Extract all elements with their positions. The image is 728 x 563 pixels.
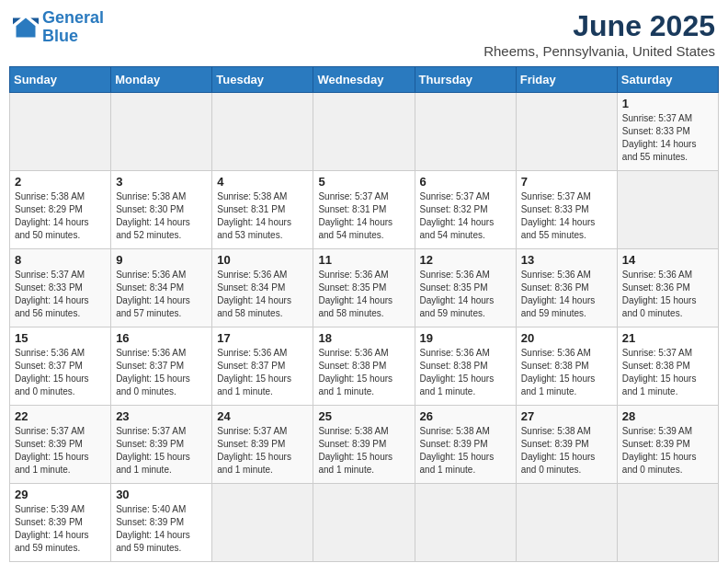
empty-cell: [212, 484, 313, 562]
day-14: 14Sunrise: 5:36 AMSunset: 8:36 PMDayligh…: [617, 249, 718, 327]
day-30: 30Sunrise: 5:40 AMSunset: 8:39 PMDayligh…: [111, 484, 212, 562]
day-info: Sunrise: 5:38 AMSunset: 8:39 PMDaylight:…: [318, 426, 392, 475]
day-27: 27Sunrise: 5:38 AMSunset: 8:39 PMDayligh…: [516, 406, 617, 484]
day-number: 9: [116, 253, 207, 267]
day-number: 15: [15, 331, 106, 345]
empty-cell: [617, 484, 718, 562]
svg-marker-0: [17, 17, 36, 37]
empty-cell: [415, 484, 516, 562]
day-number: 30: [116, 488, 207, 501]
day-info: Sunrise: 5:36 AMSunset: 8:38 PMDaylight:…: [521, 348, 596, 396]
day-2: 2Sunrise: 5:38 AMSunset: 8:29 PMDaylight…: [10, 171, 111, 249]
day-info: Sunrise: 5:37 AMSunset: 8:39 PMDaylight:…: [15, 426, 89, 475]
day-info: Sunrise: 5:40 AMSunset: 8:39 PMDaylight:…: [116, 504, 190, 553]
day-info: Sunrise: 5:37 AMSunset: 8:39 PMDaylight:…: [217, 426, 291, 475]
calendar-week-4: 15Sunrise: 5:36 AMSunset: 8:37 PMDayligh…: [10, 327, 719, 406]
day-number: 14: [622, 253, 713, 267]
day-24: 24Sunrise: 5:37 AMSunset: 8:39 PMDayligh…: [212, 406, 313, 484]
title-area: June 2025 Rheems, Pennsylvania, United S…: [483, 9, 715, 59]
empty-cell: [212, 93, 313, 171]
day-info: Sunrise: 5:37 AMSunset: 8:39 PMDaylight:…: [116, 426, 190, 475]
logo-blue: Blue: [42, 27, 78, 45]
day-26: 26Sunrise: 5:38 AMSunset: 8:39 PMDayligh…: [415, 406, 516, 484]
day-13: 13Sunrise: 5:36 AMSunset: 8:36 PMDayligh…: [516, 249, 617, 327]
empty-cell: [313, 93, 415, 171]
empty-cell: [415, 93, 516, 171]
day-number: 12: [420, 253, 511, 267]
day-number: 6: [420, 175, 511, 189]
calendar-week-3: 8Sunrise: 5:37 AMSunset: 8:33 PMDaylight…: [10, 249, 719, 327]
logo-icon: [13, 15, 39, 40]
day-info: Sunrise: 5:38 AMSunset: 8:39 PMDaylight:…: [420, 426, 495, 475]
day-17: 17Sunrise: 5:36 AMSunset: 8:37 PMDayligh…: [212, 327, 313, 406]
day-info: Sunrise: 5:36 AMSunset: 8:38 PMDaylight:…: [420, 348, 495, 396]
day-5: 5Sunrise: 5:37 AMSunset: 8:31 PMDaylight…: [313, 171, 415, 249]
weekday-header-row: SundayMondayTuesdayWednesdayThursdayFrid…: [10, 67, 719, 93]
day-number: 26: [420, 409, 511, 423]
day-number: 4: [217, 175, 308, 189]
calendar-table: SundayMondayTuesdayWednesdayThursdayFrid…: [9, 66, 719, 562]
day-10: 10Sunrise: 5:36 AMSunset: 8:34 PMDayligh…: [212, 249, 313, 327]
day-number: 22: [15, 409, 106, 423]
day-number: 3: [116, 175, 207, 189]
empty-cell: [111, 93, 212, 171]
day-info: Sunrise: 5:38 AMSunset: 8:29 PMDaylight:…: [15, 191, 89, 240]
day-info: Sunrise: 5:36 AMSunset: 8:37 PMDaylight:…: [217, 348, 291, 396]
day-18: 18Sunrise: 5:36 AMSunset: 8:38 PMDayligh…: [313, 327, 415, 406]
calendar-week-5: 22Sunrise: 5:37 AMSunset: 8:39 PMDayligh…: [10, 406, 719, 484]
day-number: 11: [318, 253, 409, 267]
logo: General Blue: [13, 9, 104, 46]
weekday-header-monday: Monday: [111, 67, 212, 93]
day-info: Sunrise: 5:36 AMSunset: 8:34 PMDaylight:…: [116, 270, 190, 318]
day-info: Sunrise: 5:36 AMSunset: 8:35 PMDaylight:…: [318, 270, 392, 318]
weekday-header-thursday: Thursday: [415, 67, 516, 93]
weekday-header-wednesday: Wednesday: [313, 67, 415, 93]
day-number: 17: [217, 331, 308, 345]
day-23: 23Sunrise: 5:37 AMSunset: 8:39 PMDayligh…: [111, 406, 212, 484]
day-info: Sunrise: 5:36 AMSunset: 8:37 PMDaylight:…: [15, 348, 89, 396]
day-28: 28Sunrise: 5:39 AMSunset: 8:39 PMDayligh…: [617, 406, 718, 484]
calendar-week-1: 1Sunrise: 5:37 AMSunset: 8:33 PMDaylight…: [10, 93, 719, 171]
day-info: Sunrise: 5:37 AMSunset: 8:31 PMDaylight:…: [318, 191, 392, 240]
day-info: Sunrise: 5:39 AMSunset: 8:39 PMDaylight:…: [622, 426, 697, 475]
day-21: 21Sunrise: 5:37 AMSunset: 8:38 PMDayligh…: [617, 327, 718, 406]
day-25: 25Sunrise: 5:38 AMSunset: 8:39 PMDayligh…: [313, 406, 415, 484]
day-number: 16: [116, 331, 207, 345]
day-3: 3Sunrise: 5:38 AMSunset: 8:30 PMDaylight…: [111, 171, 212, 249]
day-7: 7Sunrise: 5:37 AMSunset: 8:33 PMDaylight…: [516, 171, 617, 249]
day-info: Sunrise: 5:39 AMSunset: 8:39 PMDaylight:…: [15, 504, 89, 553]
empty-cell: [617, 171, 718, 249]
day-number: 5: [318, 175, 409, 189]
day-29: 29Sunrise: 5:39 AMSunset: 8:39 PMDayligh…: [10, 484, 111, 562]
day-19: 19Sunrise: 5:36 AMSunset: 8:38 PMDayligh…: [415, 327, 516, 406]
day-info: Sunrise: 5:36 AMSunset: 8:34 PMDaylight:…: [217, 270, 291, 318]
day-16: 16Sunrise: 5:36 AMSunset: 8:37 PMDayligh…: [111, 327, 212, 406]
empty-cell: [313, 484, 415, 562]
day-info: Sunrise: 5:37 AMSunset: 8:33 PMDaylight:…: [15, 270, 89, 318]
weekday-header-tuesday: Tuesday: [212, 67, 313, 93]
day-info: Sunrise: 5:38 AMSunset: 8:39 PMDaylight:…: [521, 426, 596, 475]
day-number: 19: [420, 331, 511, 345]
day-number: 23: [116, 409, 207, 423]
day-1: 1Sunrise: 5:37 AMSunset: 8:33 PMDaylight…: [617, 93, 718, 171]
day-number: 13: [521, 253, 612, 267]
day-number: 21: [622, 331, 713, 345]
day-4: 4Sunrise: 5:38 AMSunset: 8:31 PMDaylight…: [212, 171, 313, 249]
empty-cell: [516, 93, 617, 171]
day-number: 25: [318, 409, 409, 423]
subtitle: Rheems, Pennsylvania, United States: [483, 43, 715, 59]
day-number: 7: [521, 175, 612, 189]
day-number: 28: [622, 409, 713, 423]
logo-general: General: [42, 8, 104, 27]
day-number: 18: [318, 331, 409, 345]
day-info: Sunrise: 5:37 AMSunset: 8:33 PMDaylight:…: [521, 191, 596, 240]
day-info: Sunrise: 5:38 AMSunset: 8:30 PMDaylight:…: [116, 191, 190, 240]
day-9: 9Sunrise: 5:36 AMSunset: 8:34 PMDaylight…: [111, 249, 212, 327]
day-6: 6Sunrise: 5:37 AMSunset: 8:32 PMDaylight…: [415, 171, 516, 249]
day-info: Sunrise: 5:38 AMSunset: 8:31 PMDaylight:…: [217, 191, 291, 240]
day-8: 8Sunrise: 5:37 AMSunset: 8:33 PMDaylight…: [10, 249, 111, 327]
day-22: 22Sunrise: 5:37 AMSunset: 8:39 PMDayligh…: [10, 406, 111, 484]
day-number: 20: [521, 331, 612, 345]
day-info: Sunrise: 5:36 AMSunset: 8:38 PMDaylight:…: [318, 348, 392, 396]
empty-cell: [516, 484, 617, 562]
